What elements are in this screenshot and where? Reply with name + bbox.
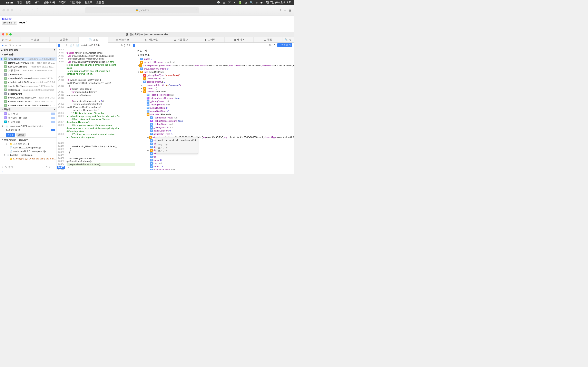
tree-item[interactable]: ⚠️61,666번째 줄: 17 You are using the in-br… [0, 157, 57, 160]
share-icon[interactable]: ⤴ [279, 8, 281, 12]
reload-icon[interactable]: ↻ [195, 8, 198, 12]
stack-frame[interactable]: fflushSyncCallbacks— react-dom-18.2.0.de… [0, 65, 57, 68]
device-icon[interactable]: ▭ [5, 38, 8, 41]
tree-item[interactable]: 📄react-dom-18.2.0.development.js [0, 150, 57, 153]
pane-toggle-right[interactable] [132, 44, 135, 47]
scope-chain-badge[interactable]: 스코프 체인 [277, 43, 292, 47]
devtools-settings-icon[interactable]: ⚙ [289, 38, 292, 41]
window-controls[interactable] [2, 9, 13, 11]
col-icon[interactable]: ▯ [129, 44, 130, 47]
scope-variable[interactable]: ▼Ocurrent: FiberNode [136, 90, 294, 93]
search-icon[interactable]: 🔍 [250, 1, 253, 4]
scope-variable[interactable]: NactualDuration: 0 [136, 106, 294, 109]
chevron-icon[interactable]: 〉 [52, 165, 55, 169]
step-over-icon[interactable]: ↷ [9, 44, 11, 47]
bp-line-row[interactable]: 24,292번째 줄 [0, 128, 57, 132]
menu-history[interactable]: 방문 기록 [43, 1, 55, 4]
battery-icon[interactable]: 🔋 [238, 1, 242, 4]
resources-link[interactable]: 리소스 [269, 44, 276, 47]
scope-variable[interactable]: N_debugSource: null [136, 103, 294, 106]
clock[interactable]: 5월 7일 (화) 오후 3:22 [265, 1, 292, 4]
siri-icon[interactable]: ◉ [260, 1, 263, 4]
chevron-down-icon[interactable]: ⌄ [23, 8, 28, 12]
scope-variable[interactable]: ▶OprevDispatcher: {readContext: color:#3… [136, 64, 294, 67]
tab-timeline[interactable]: ◷타임라인 [137, 37, 166, 42]
stack-frame[interactable]: ▶frenderRootSync— react-dom-18.2.0.devel… [0, 57, 57, 61]
stack-frame[interactable]: NdispatchEvent [0, 92, 57, 96]
tab-console[interactable]: ⎚콘솔 [50, 37, 79, 42]
stack-frame[interactable]: fperformSyncWorkOnRoot— react-dom-18.2.0… [0, 61, 57, 65]
tree-item[interactable]: ▼📄babel.js — unpkg.com [0, 153, 57, 157]
nav-fwd-icon[interactable]: 〉 [66, 44, 68, 47]
menu-bookmarks[interactable]: 책갈피 [59, 1, 67, 4]
tabs-icon[interactable]: ▣ [289, 8, 292, 12]
scope-variable[interactable]: OcallbackNode: null [136, 77, 294, 80]
scope-variable[interactable]: Nindex: 0 [136, 158, 294, 162]
bluetooth-icon[interactable]: ᛭ [234, 1, 236, 4]
bp-file-row[interactable]: ▼📄react-dom-18.2.0.development.js [0, 124, 57, 128]
filter-input[interactable] [8, 166, 40, 168]
inspect-icon[interactable]: ⊕ [2, 38, 4, 41]
tag-by-type[interactable]: 유형별 [6, 133, 15, 137]
scope-variable[interactable]: NprevExecutionContext: 0 [136, 67, 294, 70]
rerender-header[interactable]: ▼▭ re-render — jser.dev [0, 138, 57, 142]
tab-network[interactable]: ⊕네트워크 [108, 37, 137, 42]
scope-variable[interactable]: NactualStartTime: -1 [136, 109, 294, 113]
tag-global[interactable]: 글로벌 [16, 133, 26, 137]
address-bar[interactable]: 🔒 jser.dev ↻ [85, 7, 199, 13]
app-name[interactable]: Safari [6, 1, 13, 4]
call-stack-header[interactable]: ▼스택 호출 [0, 52, 57, 57]
scope-variable[interactable]: ▶Ocontext: {} [136, 87, 294, 90]
tab-sources[interactable]: 📄소스 [79, 37, 108, 43]
menu-view[interactable]: 보기 [35, 1, 40, 4]
click-me-button[interactable]: click me - 0 [2, 21, 17, 25]
step-icon[interactable]: ⇥ [18, 44, 21, 47]
scope-variable[interactable]: NmemoizedProps: null [136, 168, 294, 170]
stack-frame[interactable]: fdispatchSetState— react-dom-18.2.0.deve… [0, 84, 57, 88]
scope-variable[interactable]: N_debugHookTypes: null [136, 116, 294, 119]
back-button[interactable]: 〈 [30, 8, 34, 12]
bp-assertion[interactable]: A어설션 실패 [0, 120, 57, 124]
scope-variable[interactable]: S_debugRootType: "createRoot()" [136, 74, 294, 77]
bp-uncaught[interactable]: Ex확인되지 않은 예외 [0, 116, 57, 120]
menu-edit[interactable]: 편집 [26, 1, 31, 4]
scope-variable[interactable]: NcallbackPriority: 1 [136, 80, 294, 83]
add-icon[interactable]: + [2, 166, 3, 169]
scope-variable[interactable]: Nfla: [136, 155, 294, 158]
local-vars-header[interactable]: ▼로컬 변수 [136, 53, 294, 57]
copy-icon[interactable]: ⎘ [121, 44, 123, 47]
page-link[interactable]: jser.dev [2, 17, 11, 20]
menu-develop[interactable]: 개발자용 [70, 1, 81, 4]
tab-audit[interactable]: ⊡점검 [254, 37, 283, 42]
stack-frame[interactable]: fscheduleUpdateOnFiber— react-dom-18.2.0… [0, 80, 57, 84]
stack-frame[interactable]: finvokeGuardedCallback— react-dom-18.2.0… [0, 100, 57, 103]
forward-button[interactable]: 〉 [36, 8, 41, 12]
devtools-window-controls[interactable] [2, 33, 12, 35]
watch-header[interactable]: ▶감시식 [136, 48, 294, 53]
new-tab-icon[interactable]: + [284, 8, 286, 12]
line-gutter[interactable]: 2640926410264112641226413264142641526416… [57, 48, 65, 170]
scope-variable[interactable]: ▼Oalternate: FiberNode [136, 113, 294, 116]
menu-window[interactable]: 윈도우 [85, 1, 93, 4]
tab-elements[interactable]: ▭요소 [20, 37, 50, 42]
scope-variable[interactable]: Nlanes: 1 [136, 57, 294, 60]
type-icon[interactable]: T [127, 44, 128, 47]
stack-frame[interactable]: finvokeGuardedCallbackDev— react-dom-18.… [0, 96, 57, 100]
scope-variable[interactable]: ▶EcontainerInfo: <div id="container"> [136, 83, 294, 87]
stack-frame[interactable]: NqueueMicrotask [0, 72, 57, 76]
wifi-icon[interactable]: ⊡ [245, 1, 247, 4]
devtools-search-icon[interactable]: 🔍 [285, 38, 288, 41]
filter-all[interactable]: 모두 [46, 165, 51, 169]
bp-all-exceptions[interactable]: Ex모든 예외 [0, 112, 57, 116]
file-breadcrumb[interactable]: 📄〉📄 react-dom-18.2.0.de… [69, 44, 102, 47]
scope-variable[interactable]: NactualStartTime: -1 [136, 132, 294, 136]
breakpoints-header[interactable]: ▼구분점 + [0, 107, 57, 112]
keyboard-icon[interactable]: A [228, 1, 231, 4]
stack-frame[interactable]: fensureRootIsScheduled— react-dom-18.2.0… [0, 76, 57, 80]
scope-variable[interactable]: B_debugNeedsRemount: false [136, 96, 294, 100]
pause-reason-header[interactable]: ▶일시 정지 이유 ⊘ [0, 48, 57, 52]
message-icon[interactable]: 💬 [217, 1, 220, 4]
breakpoint-toggle-icon[interactable]: ▶ [2, 44, 3, 47]
tree-item[interactable]: ▶📁스크립트 요소 1 [0, 142, 57, 146]
scope-variable[interactable]: Nlanes: 16 [136, 165, 294, 168]
